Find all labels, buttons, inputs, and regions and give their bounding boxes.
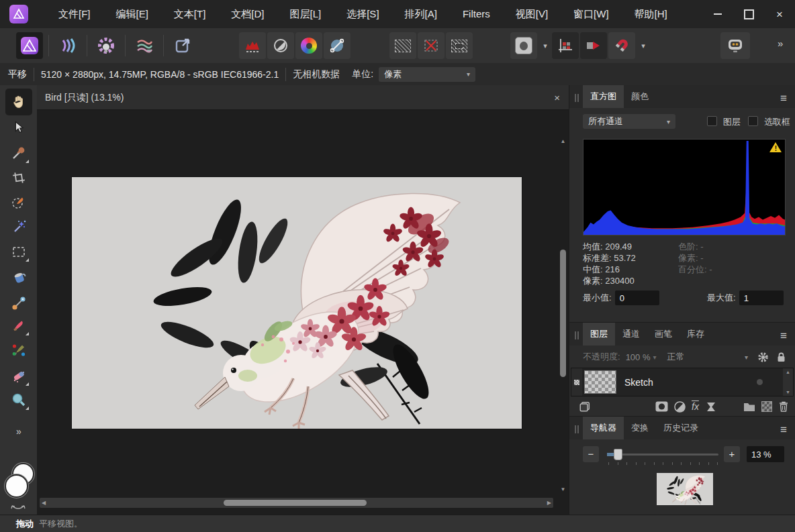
toolbar-overflow-button[interactable]: » — [778, 38, 783, 49]
layer-row[interactable]: Sketch ▲ ▼ — [571, 368, 794, 396]
horizontal-scroll-thumb[interactable] — [224, 500, 367, 506]
add-pixel-layer-icon[interactable] — [761, 401, 772, 412]
zoom-out-button[interactable]: − — [583, 446, 599, 462]
layer-visibility-dot[interactable] — [757, 379, 763, 385]
tab-channels[interactable]: 通道 — [615, 323, 647, 345]
scroll-left-icon[interactable]: ◀ — [42, 498, 46, 508]
invert-selection-button[interactable] — [446, 32, 473, 59]
eraser-tool[interactable] — [5, 362, 32, 389]
snapping-dropdown[interactable]: ▾ — [637, 32, 650, 59]
mask-layer-icon[interactable] — [655, 401, 668, 412]
blend-mode-value[interactable]: 正常 — [667, 351, 685, 363]
opacity-value[interactable]: 100 % — [626, 352, 651, 362]
max-input[interactable]: 1 — [739, 290, 784, 305]
zoom-slider-track[interactable] — [607, 454, 718, 456]
menu-view[interactable]: 视图[V] — [503, 0, 561, 28]
colour-picker-tool[interactable] — [5, 140, 32, 166]
min-input[interactable]: 0 — [615, 290, 659, 305]
selection-brush-tool[interactable] — [5, 189, 32, 215]
more-tools-button[interactable]: » — [5, 421, 32, 441]
vertical-scroll-thumb[interactable] — [560, 250, 566, 377]
quick-mask-button[interactable] — [510, 32, 537, 59]
zoom-in-button[interactable]: + — [724, 446, 740, 462]
adjustment-icon[interactable] — [674, 401, 686, 413]
tab-histogram[interactable]: 直方图 — [583, 85, 624, 108]
snapping-magnet-button[interactable] — [608, 32, 635, 59]
move-tool[interactable] — [5, 114, 32, 141]
menu-help[interactable]: 帮助[H] — [622, 0, 680, 28]
auto-contrast-button[interactable] — [267, 32, 294, 59]
minimize-button[interactable] — [702, 0, 733, 28]
group-layers-folder-icon[interactable] — [743, 402, 755, 412]
blend-options-gear-icon[interactable] — [757, 352, 769, 363]
panel-grip[interactable] — [575, 331, 580, 339]
document-tab[interactable]: Bird [只读] (13.1%) — [45, 85, 124, 110]
chevron-down-icon[interactable]: ▾ — [653, 354, 657, 361]
unit-select[interactable]: 像素 ▾ — [379, 67, 475, 82]
channel-select[interactable]: 所有通道 ▾ — [583, 114, 675, 129]
stroke-colour-well[interactable] — [5, 474, 28, 498]
scroll-up-icon[interactable]: ▲ — [558, 137, 568, 146]
view-tool[interactable] — [5, 89, 32, 115]
menu-arrange[interactable]: 排列[A] — [392, 0, 450, 28]
layer-name[interactable]: Sketch — [624, 377, 653, 388]
menu-document[interactable]: 文档[D] — [218, 0, 277, 28]
menu-select[interactable]: 选择[S] — [334, 0, 391, 28]
tab-navigator[interactable]: 导航器 — [583, 417, 624, 439]
rectangular-marquee-tool[interactable] — [5, 238, 32, 265]
document-canvas[interactable] — [72, 177, 522, 429]
liquify-persona-button[interactable] — [54, 32, 81, 59]
auto-white-balance-button[interactable] — [324, 32, 350, 59]
vertical-scrollbar[interactable]: ▲ ▼ — [558, 137, 568, 494]
colour-replacement-brush-tool[interactable] — [5, 337, 32, 364]
scroll-down-icon[interactable]: ▼ — [558, 485, 568, 494]
panel-menu-icon[interactable]: ≡ — [780, 330, 787, 341]
panel-grip[interactable] — [575, 425, 580, 433]
scroll-up-icon[interactable]: ▲ — [783, 370, 793, 374]
panel-menu-icon[interactable]: ≡ — [780, 424, 787, 435]
tab-close-icon[interactable]: × — [554, 85, 560, 110]
duplicate-layers-icon[interactable] — [579, 401, 591, 413]
layer-checkbox[interactable] — [707, 116, 717, 126]
crop-tool[interactable] — [5, 164, 32, 191]
quick-mask-dropdown[interactable]: ▾ — [539, 32, 552, 59]
tab-colour[interactable]: 颜色 — [624, 85, 656, 108]
menu-window[interactable]: 窗口[W] — [561, 0, 622, 28]
assistant-button[interactable] — [720, 32, 750, 59]
zoom-slider-thumb[interactable] — [614, 449, 622, 460]
tone-mapping-persona-button[interactable] — [131, 32, 158, 59]
tab-layers[interactable]: 图层 — [583, 323, 615, 345]
photo-persona-button[interactable] — [16, 32, 43, 59]
export-persona-button[interactable] — [169, 32, 196, 59]
layer-thumbnail[interactable] — [584, 370, 616, 394]
maximize-button[interactable] — [733, 0, 764, 28]
blur-tool[interactable] — [5, 386, 32, 413]
pixel-alignment-button[interactable] — [580, 32, 607, 59]
scroll-down-icon[interactable]: ▼ — [783, 390, 793, 394]
flood-fill-tool[interactable] — [5, 263, 32, 290]
panel-menu-icon[interactable]: ≡ — [780, 93, 787, 104]
menu-file[interactable]: 文件[F] — [46, 0, 103, 28]
flood-select-tool[interactable] — [5, 213, 32, 240]
live-filter-icon[interactable] — [706, 402, 716, 412]
menu-text[interactable]: 文本[T] — [161, 0, 219, 28]
navigator-thumbnail[interactable] — [657, 473, 713, 505]
zoom-value-input[interactable]: 13 % — [747, 446, 784, 462]
swap-colours-button[interactable] — [9, 502, 27, 515]
select-all-button[interactable] — [389, 32, 416, 59]
canvas-viewport[interactable]: ▲ ▼ ◀ ▶ — [37, 110, 569, 515]
paint-brush-tool[interactable] — [5, 312, 32, 339]
auto-colours-button[interactable] — [295, 32, 322, 59]
layer-effects-fx-icon[interactable]: fx — [692, 401, 699, 412]
menu-filters[interactable]: Filters — [450, 0, 503, 28]
horizontal-scrollbar[interactable]: ◀ ▶ — [40, 498, 553, 508]
panel-grip[interactable] — [575, 94, 580, 102]
colour-wells[interactable] — [4, 463, 34, 498]
close-button[interactable]: × — [764, 0, 795, 28]
deselect-button[interactable] — [418, 32, 445, 59]
menu-layer[interactable]: 图层[L] — [277, 0, 334, 28]
lock-icon[interactable] — [777, 352, 786, 362]
transform-origin-button[interactable] — [552, 32, 579, 59]
tab-transform[interactable]: 变换 — [624, 417, 656, 439]
auto-levels-button[interactable] — [239, 32, 266, 59]
